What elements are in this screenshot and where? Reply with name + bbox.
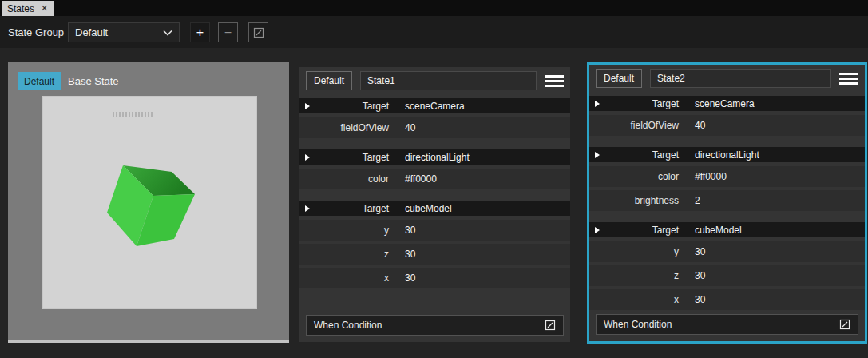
target-value: sceneCamera: [405, 101, 465, 112]
when-condition[interactable]: When Condition: [306, 315, 564, 336]
base-state-preview[interactable]: [42, 96, 257, 309]
property-value: 30: [405, 272, 415, 284]
property-row[interactable]: color #ff0000: [589, 166, 865, 187]
expand-triangle-icon[interactable]: [595, 101, 600, 107]
tab-bar: States ✕: [0, 0, 868, 16]
horizontal-scrollbar[interactable]: [8, 340, 289, 343]
target-row[interactable]: Target sceneCamera: [299, 98, 570, 113]
when-condition-label: When Condition: [604, 319, 672, 330]
property-name: y: [589, 246, 679, 257]
edit-icon[interactable]: [839, 319, 850, 330]
property-value: 30: [405, 249, 415, 260]
property-row[interactable]: z 30: [589, 265, 865, 286]
target-row[interactable]: Target cubeModel: [299, 201, 570, 216]
state-group-dropdown[interactable]: Default: [68, 22, 180, 42]
target-value: cubeModel: [405, 203, 452, 214]
property-value: 30: [695, 270, 705, 281]
state1-header: Default: [299, 70, 570, 91]
property-value: 40: [695, 120, 705, 131]
target-label: Target: [299, 101, 389, 112]
make-default-button[interactable]: Default: [306, 71, 352, 90]
target-value: sceneCamera: [695, 98, 755, 109]
property-value: 30: [695, 246, 705, 257]
expand-triangle-icon[interactable]: [595, 152, 600, 158]
property-row[interactable]: x 30: [589, 289, 865, 310]
property-row[interactable]: fieldOfView 40: [589, 115, 865, 136]
close-icon[interactable]: ✕: [41, 4, 48, 13]
remove-state-group-button[interactable]: −: [218, 22, 238, 42]
property-row[interactable]: z 30: [299, 244, 570, 265]
property-name: y: [299, 225, 389, 236]
property-name: fieldOfView: [299, 122, 389, 133]
preview-watermark: [113, 112, 154, 117]
property-value: 40: [405, 122, 415, 133]
base-state-name: Base State: [68, 72, 119, 90]
tab-title: States: [7, 3, 34, 14]
target-label: Target: [299, 152, 389, 163]
expand-triangle-icon[interactable]: [305, 103, 310, 109]
target-value: directionalLight: [405, 152, 470, 163]
menu-icon[interactable]: [839, 70, 858, 86]
property-name: x: [299, 272, 389, 284]
property-name: brightness: [589, 195, 679, 206]
expand-triangle-icon[interactable]: [305, 205, 310, 212]
expand-triangle-icon[interactable]: [595, 227, 600, 233]
property-row[interactable]: brightness 2: [589, 190, 865, 211]
plus-icon: +: [196, 26, 204, 40]
property-value: #ff0000: [695, 171, 727, 182]
state-panel-state2-selected[interactable]: Default Target sceneCamera fieldOfView 4…: [587, 62, 867, 344]
target-value: cubeModel: [695, 225, 742, 236]
property-row[interactable]: x 30: [299, 268, 570, 288]
target-label: Target: [589, 98, 679, 109]
toolbar: State Group Default + −: [0, 16, 868, 48]
dropdown-value: Default: [75, 26, 108, 38]
target-row[interactable]: Target directionalLight: [299, 149, 570, 165]
property-name: z: [589, 270, 679, 281]
cube-3d-preview: [43, 97, 256, 308]
property-row[interactable]: fieldOfView 40: [299, 117, 570, 138]
target-row[interactable]: Target directionalLight: [589, 147, 865, 162]
minus-icon: −: [224, 26, 232, 40]
property-name: x: [589, 294, 679, 305]
property-value: 30: [695, 294, 705, 305]
property-value: 30: [405, 225, 415, 236]
base-state-card[interactable]: Default Base State: [8, 62, 289, 343]
tab-states[interactable]: States ✕: [2, 1, 54, 16]
target-row[interactable]: Target cubeModel: [589, 222, 865, 237]
state-group-label: State Group: [8, 16, 64, 48]
menu-icon[interactable]: [545, 73, 564, 89]
property-name: fieldOfView: [589, 120, 679, 131]
expand-triangle-icon[interactable]: [305, 154, 310, 161]
property-value: 2: [695, 195, 700, 206]
when-condition-label: When Condition: [314, 320, 382, 331]
target-label: Target: [589, 149, 679, 161]
states-view: States ✕ State Group Default + − Default…: [0, 0, 868, 358]
state-name-input[interactable]: [650, 69, 831, 88]
property-row[interactable]: y 30: [589, 241, 865, 262]
edit-icon: [253, 27, 264, 38]
add-state-group-button[interactable]: +: [190, 22, 210, 42]
property-row[interactable]: y 30: [299, 220, 570, 241]
rename-state-group-button[interactable]: [248, 22, 268, 42]
state-name-input[interactable]: [360, 71, 537, 90]
default-state-badge[interactable]: Default: [18, 72, 61, 90]
target-label: Target: [299, 203, 389, 214]
make-default-button[interactable]: Default: [596, 69, 642, 88]
property-name: color: [299, 173, 389, 185]
chevron-down-icon: [163, 30, 172, 36]
when-condition[interactable]: When Condition: [596, 314, 858, 335]
property-value: #ff0000: [405, 173, 437, 185]
state-panel-state2: Default Target sceneCamera fieldOfView 4…: [589, 65, 865, 341]
target-label: Target: [589, 225, 679, 236]
property-name: color: [589, 171, 679, 182]
state2-header: Default: [589, 68, 865, 89]
property-name: z: [299, 249, 389, 260]
state-panel-state1: Default Target sceneCamera fieldOfView 4…: [299, 67, 570, 342]
target-row[interactable]: Target sceneCamera: [589, 96, 865, 111]
edit-icon[interactable]: [545, 320, 556, 331]
property-row[interactable]: color #ff0000: [299, 169, 570, 189]
target-value: directionalLight: [695, 149, 759, 161]
